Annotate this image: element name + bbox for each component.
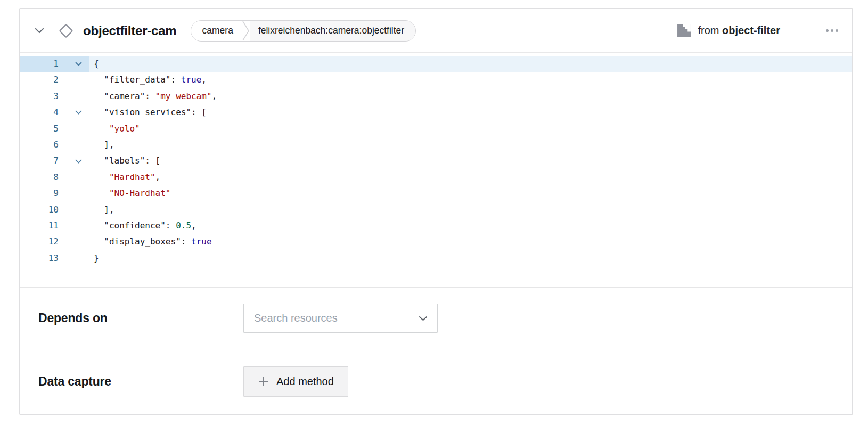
- line-number: 6: [20, 137, 59, 153]
- line-number: 13: [20, 250, 59, 266]
- resource-name: objectfilter-cam: [83, 23, 177, 38]
- code-line[interactable]: 3 "camera": "my_webcam",: [20, 88, 852, 104]
- code-line[interactable]: 8 "Hardhat",: [20, 169, 852, 185]
- data-capture-section: Data capture Add method: [20, 349, 852, 414]
- fold-gutter-empty: [59, 137, 89, 153]
- code-line-text: "yolo": [89, 121, 852, 137]
- code-line[interactable]: 2 "filter_data": true,: [20, 72, 852, 88]
- overflow-menu-button[interactable]: [825, 26, 839, 35]
- fold-gutter-empty: [59, 202, 89, 218]
- code-line[interactable]: 12 "display_boxes": true: [20, 234, 852, 250]
- code-line-text: "confidence": 0.5,: [89, 218, 852, 234]
- code-line-text: "camera": "my_webcam",: [89, 88, 852, 104]
- line-number: 10: [20, 202, 59, 218]
- line-number: 5: [20, 121, 59, 137]
- code-line-text: ],: [89, 137, 852, 153]
- resource-type: camera: [191, 21, 242, 41]
- code-line[interactable]: 13}: [20, 250, 852, 266]
- line-number: 2: [20, 72, 59, 88]
- resource-type-badge: camera felixreichenbach:camera:objectfil…: [191, 20, 416, 42]
- add-method-label: Add method: [276, 375, 334, 388]
- module-icon: [677, 23, 691, 38]
- code-line-text: "vision_services": [: [89, 104, 852, 120]
- fold-gutter-empty: [59, 250, 89, 266]
- depends-on-section: Depends on Search resources: [20, 288, 852, 349]
- code-line-text: "filter_data": true,: [89, 72, 852, 88]
- badge-separator-icon: [242, 21, 250, 41]
- code-line[interactable]: 5 "yolo": [20, 121, 852, 137]
- code-line-text: "display_boxes": true: [89, 234, 852, 250]
- fold-gutter-empty: [59, 72, 89, 88]
- code-line-text: }: [89, 250, 852, 266]
- code-line[interactable]: 7 "labels": [: [20, 153, 852, 169]
- plus-icon: [258, 376, 269, 387]
- camera-component-diamond-icon: [58, 22, 75, 39]
- search-resources-dropdown[interactable]: Search resources: [243, 304, 438, 333]
- chevron-down-icon: [419, 316, 428, 321]
- code-line[interactable]: 11 "confidence": 0.5,: [20, 218, 852, 234]
- fold-gutter-empty: [59, 88, 89, 104]
- code-line[interactable]: 9 "NO-Hardhat": [20, 185, 852, 201]
- code-line[interactable]: 10 ],: [20, 202, 852, 218]
- fold-gutter-empty: [59, 121, 89, 137]
- line-number: 12: [20, 234, 59, 250]
- fold-chevron-icon[interactable]: [59, 56, 89, 72]
- module-name: object-filter: [722, 24, 780, 36]
- code-line-text: {: [89, 56, 852, 72]
- fold-gutter-empty: [59, 218, 89, 234]
- line-number: 4: [20, 104, 59, 120]
- line-number: 7: [20, 153, 59, 169]
- line-number: 3: [20, 88, 59, 104]
- code-line-text: "Hardhat",: [89, 169, 852, 185]
- fold-gutter-empty: [59, 185, 89, 201]
- fold-chevron-icon[interactable]: [59, 104, 89, 120]
- fold-chevron-icon[interactable]: [59, 153, 89, 169]
- code-line-text: ],: [89, 202, 852, 218]
- line-number: 1: [20, 56, 59, 72]
- resource-model: felixreichenbach:camera:objectfilter: [250, 21, 415, 41]
- collapse-chevron-icon[interactable]: [34, 26, 45, 36]
- resource-card: objectfilter-cam camera felixreichenbach…: [19, 8, 853, 415]
- module-source[interactable]: from object-filter: [677, 23, 780, 38]
- code-line[interactable]: 6 ],: [20, 137, 852, 153]
- search-resources-placeholder: Search resources: [254, 312, 338, 324]
- module-source-label: from object-filter: [698, 24, 780, 37]
- code-line-text: "labels": [: [89, 153, 852, 169]
- code-line-text: "NO-Hardhat": [89, 185, 852, 201]
- line-number: 8: [20, 169, 59, 185]
- add-method-button[interactable]: Add method: [243, 366, 348, 397]
- line-number: 11: [20, 218, 59, 234]
- code-editor[interactable]: 1{2 "filter_data": true,3 "camera": "my_…: [20, 53, 852, 288]
- resource-card-header: objectfilter-cam camera felixreichenbach…: [20, 9, 852, 53]
- data-capture-label: Data capture: [38, 374, 243, 389]
- line-number: 9: [20, 185, 59, 201]
- code-line[interactable]: 4 "vision_services": [: [20, 104, 852, 120]
- depends-on-label: Depends on: [38, 311, 243, 325]
- fold-gutter-empty: [59, 234, 89, 250]
- fold-gutter-empty: [59, 169, 89, 185]
- code-line[interactable]: 1{: [20, 56, 852, 72]
